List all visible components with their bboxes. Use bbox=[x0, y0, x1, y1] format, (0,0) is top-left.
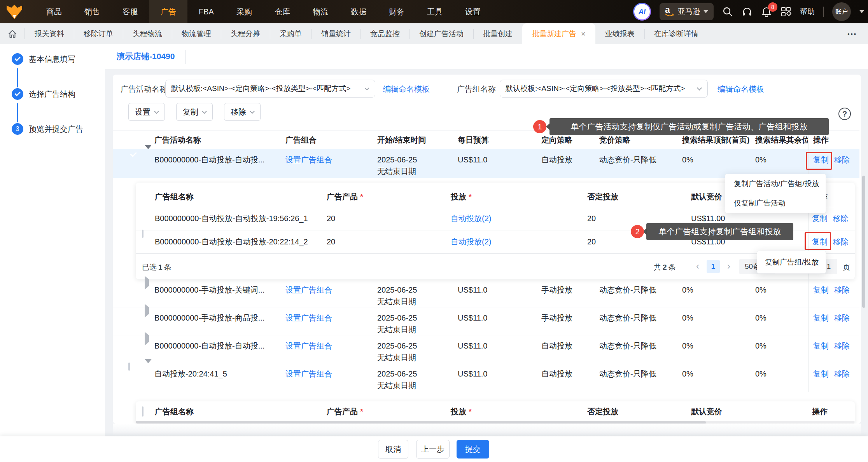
headset-support-icon[interactable] bbox=[742, 6, 752, 17]
nav-item-service[interactable]: 客服 bbox=[111, 0, 149, 23]
remove-row-link[interactable]: 移除 bbox=[834, 284, 850, 307]
remove-adgroup-link[interactable]: 移除 bbox=[833, 230, 849, 253]
more-tabs-icon[interactable]: ••• bbox=[847, 23, 868, 44]
apps-grid-icon[interactable] bbox=[780, 6, 791, 17]
collapse-caret-icon[interactable] bbox=[145, 359, 152, 370]
set-portfolio-link[interactable]: 设置广告组合 bbox=[285, 314, 332, 322]
home-tab[interactable] bbox=[0, 28, 25, 39]
step2-done-icon[interactable] bbox=[12, 88, 23, 100]
expand-caret-icon[interactable] bbox=[145, 304, 149, 317]
col-rest-of-search: 搜索结果其余位置 bbox=[755, 135, 808, 145]
nav-item-advertising[interactable]: 广告 bbox=[149, 0, 187, 23]
tab-purchase-orders[interactable]: 采购单 bbox=[270, 23, 312, 44]
tab-removal-orders[interactable]: 移除订单 bbox=[74, 23, 123, 44]
menu-item-copy-campaign-adgroup-placement[interactable]: 复制广告活动/广告组/投放 bbox=[725, 174, 826, 194]
chevron-down-icon bbox=[704, 10, 708, 13]
remove-dropdown-button[interactable]: 移除 bbox=[224, 103, 261, 121]
close-tab-icon[interactable]: × bbox=[581, 30, 586, 38]
adgroup-name-template-select[interactable]: 默认模板:<ASIN>-<定向策略>-<投放类型>-<匹配方式> bbox=[500, 80, 708, 98]
help-icon[interactable]: ? bbox=[838, 108, 851, 120]
tab-performance-report[interactable]: 业绩报表 bbox=[595, 23, 644, 44]
search-icon[interactable] bbox=[722, 6, 733, 17]
remove-row-link[interactable]: 移除 bbox=[834, 154, 850, 178]
end-date: 无结束日期 bbox=[377, 166, 458, 177]
collapse-caret-icon[interactable] bbox=[145, 145, 152, 156]
edit-adgroup-naming-template-link[interactable]: 编辑命名模板 bbox=[718, 84, 764, 94]
prev-page-button[interactable]: ‹ bbox=[692, 261, 704, 272]
help-link[interactable]: 帮助 bbox=[800, 7, 815, 17]
submit-button[interactable]: 提交 bbox=[457, 440, 489, 459]
tab-logistics-management[interactable]: 物流管理 bbox=[172, 23, 221, 44]
col-placements: 投放* bbox=[451, 406, 587, 417]
remove-row-link[interactable]: 移除 bbox=[834, 368, 850, 391]
step2-label[interactable]: 选择广告结构 bbox=[29, 88, 75, 100]
row-checkbox[interactable] bbox=[128, 363, 130, 371]
settings-dropdown-button[interactable]: 设置 bbox=[128, 103, 165, 121]
footer-action-bar: 取消 上一步 提交 bbox=[0, 436, 868, 462]
remove-row-link[interactable]: 移除 bbox=[834, 312, 850, 335]
account-chevron-down-icon[interactable] bbox=[859, 10, 864, 13]
marketplace-switcher[interactable]: a 亚马逊 bbox=[660, 3, 714, 20]
col-bidding: 竞价策略 bbox=[599, 135, 682, 145]
menu-item-copy-campaign-only[interactable]: 仅复制广告活动 bbox=[725, 194, 826, 213]
set-portfolio-link[interactable]: 设置广告组合 bbox=[285, 155, 332, 164]
nav-item-warehouse[interactable]: 仓库 bbox=[263, 0, 301, 23]
tab-bulk-new-ads-active[interactable]: 批量新建广告 × bbox=[522, 23, 595, 44]
annotation-step1-badge: 1 bbox=[533, 120, 546, 133]
adgroup-checkbox[interactable] bbox=[142, 230, 144, 238]
placements-link[interactable]: 自动投放(2) bbox=[451, 237, 491, 246]
edit-campaign-naming-template-link[interactable]: 编辑命名模板 bbox=[383, 84, 430, 94]
tab-bulk-create[interactable]: 批量创建 bbox=[473, 23, 522, 44]
nav-item-settings[interactable]: 设置 bbox=[454, 0, 492, 23]
select-all-adgroups-checkbox[interactable] bbox=[142, 406, 144, 417]
vertical-scrollbar-thumb[interactable] bbox=[862, 176, 865, 308]
nav-item-finance[interactable]: 财务 bbox=[378, 0, 416, 23]
copy-dropdown-button[interactable]: 复制 bbox=[176, 103, 213, 121]
step3-label[interactable]: 预览并提交广告 bbox=[29, 123, 83, 135]
targeting-strategy: 手动投放 bbox=[541, 279, 599, 307]
copy-row-link[interactable]: 复制 bbox=[813, 340, 829, 363]
placements-link[interactable]: 自动投放(2) bbox=[451, 214, 491, 223]
expand-caret-icon[interactable] bbox=[145, 276, 149, 289]
store-name[interactable]: 演示店铺-10490 bbox=[117, 51, 175, 62]
step1-done-icon[interactable] bbox=[12, 53, 23, 65]
remove-row-link[interactable]: 移除 bbox=[834, 340, 850, 363]
expand-caret-icon[interactable] bbox=[145, 332, 149, 345]
tab-customs-info[interactable]: 报关资料 bbox=[25, 23, 74, 44]
menu-item-copy-adgroup-placement[interactable]: 复制广告组/投放 bbox=[757, 251, 826, 273]
nav-item-sales[interactable]: 销售 bbox=[73, 0, 111, 23]
nav-item-logistics[interactable]: 物流 bbox=[301, 0, 340, 23]
ai-assistant-icon[interactable]: AI bbox=[633, 3, 651, 21]
check-icon bbox=[14, 55, 21, 61]
set-portfolio-link[interactable]: 设置广告组合 bbox=[285, 370, 332, 378]
nav-item-tools[interactable]: 工具 bbox=[416, 0, 454, 23]
current-page-button[interactable]: 1 bbox=[707, 260, 720, 273]
set-portfolio-link[interactable]: 设置广告组合 bbox=[285, 286, 332, 294]
nav-item-fba[interactable]: FBA bbox=[187, 0, 225, 23]
step1-label[interactable]: 基本信息填写 bbox=[29, 53, 75, 65]
copy-row-link[interactable]: 复制 bbox=[813, 312, 829, 335]
set-portfolio-link[interactable]: 设置广告组合 bbox=[285, 342, 332, 350]
ad-products-count: 20 bbox=[327, 207, 451, 230]
previous-step-button[interactable]: 上一步 bbox=[416, 440, 450, 459]
step3-number-icon[interactable]: 3 bbox=[12, 123, 23, 135]
cancel-button[interactable]: 取消 bbox=[378, 440, 408, 459]
campaign-name-template-select[interactable]: 默认模板:<ASIN>-<定向策略>-<投放类型>-<匹配方式> bbox=[165, 80, 375, 98]
remove-adgroup-link[interactable]: 移除 bbox=[833, 207, 849, 230]
account-avatar[interactable]: 账户 bbox=[832, 2, 851, 21]
copy-row-link[interactable]: 复制 bbox=[813, 368, 829, 391]
brand-fox-logo[interactable] bbox=[5, 3, 23, 21]
nav-item-products[interactable]: 商品 bbox=[35, 0, 73, 23]
tab-sales-statistics[interactable]: 销量统计 bbox=[312, 23, 360, 44]
tab-competitor-monitoring[interactable]: 竞品监控 bbox=[360, 23, 410, 44]
tab-first-leg-allocation[interactable]: 头程分摊 bbox=[221, 23, 270, 44]
tab-inventory-diagnosis[interactable]: 在库诊断详情 bbox=[644, 23, 708, 44]
nav-item-data[interactable]: 数据 bbox=[340, 0, 378, 23]
targeting-strategy: 自动投放 bbox=[541, 335, 599, 363]
tab-first-leg-logistics[interactable]: 头程物流 bbox=[123, 23, 172, 44]
copy-row-link[interactable]: 复制 bbox=[813, 284, 829, 307]
notifications-bell[interactable]: 8 bbox=[761, 6, 772, 17]
nav-item-purchasing[interactable]: 采购 bbox=[225, 0, 263, 23]
next-page-button[interactable]: › bbox=[723, 261, 735, 272]
tab-create-campaign[interactable]: 创建广告活动 bbox=[410, 23, 473, 44]
